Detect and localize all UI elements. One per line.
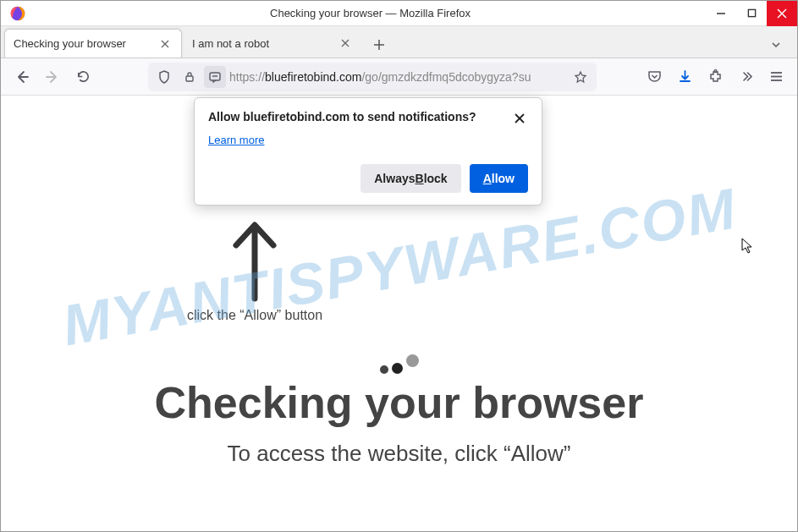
arrow-up-icon bbox=[229, 218, 280, 303]
tabbar: Checking your browser I am not a robot bbox=[1, 26, 797, 58]
shield-icon[interactable] bbox=[153, 66, 175, 88]
tab-label: Checking your browser bbox=[14, 37, 157, 50]
url-text[interactable]: https://bluefiretobind.com/go/gmzdkzdfmq… bbox=[229, 70, 566, 84]
page-subtext: To access the website, click “Allow” bbox=[1, 441, 797, 467]
extensions-icon[interactable] bbox=[701, 63, 729, 91]
svg-rect-11 bbox=[186, 76, 193, 81]
notification-close-icon[interactable] bbox=[511, 110, 528, 127]
notification-popup: Allow bluefiretobind.com to send notific… bbox=[194, 97, 542, 206]
titlebar: Checking your browser — Mozilla Firefox bbox=[1, 1, 797, 26]
back-button[interactable] bbox=[8, 63, 36, 91]
firefox-logo bbox=[1, 5, 35, 22]
maximize-button[interactable] bbox=[736, 1, 767, 26]
window-controls bbox=[706, 1, 797, 26]
spinner-dot bbox=[380, 365, 388, 374]
forward-button bbox=[38, 63, 67, 91]
bookmark-star-icon[interactable] bbox=[570, 66, 592, 88]
tab-checking-browser[interactable]: Checking your browser bbox=[4, 29, 182, 58]
overflow-icon[interactable] bbox=[731, 63, 760, 91]
toolbar: https://bluefiretobind.com/go/gmzdkzdfmq… bbox=[1, 58, 797, 96]
tab-not-robot[interactable]: I am not a robot bbox=[184, 29, 361, 58]
spinner-dot bbox=[392, 363, 403, 374]
reload-button[interactable] bbox=[69, 63, 97, 91]
page-heading: Checking your browser bbox=[1, 377, 797, 428]
tab-label: I am not a robot bbox=[192, 37, 338, 50]
downloads-icon[interactable] bbox=[670, 63, 699, 91]
always-block-button[interactable]: Always Block bbox=[360, 164, 460, 193]
loading-spinner bbox=[380, 354, 419, 374]
svg-point-14 bbox=[714, 70, 717, 73]
pocket-icon[interactable] bbox=[640, 63, 669, 91]
hint-arrow: click the “Allow” button bbox=[187, 218, 322, 323]
close-button[interactable] bbox=[767, 1, 797, 26]
toolbar-right bbox=[640, 63, 790, 91]
minimize-button[interactable] bbox=[706, 1, 736, 26]
url-bar[interactable]: https://bluefiretobind.com/go/gmzdkzdfmq… bbox=[148, 63, 597, 91]
hint-text: click the “Allow” button bbox=[187, 308, 322, 323]
tab-close-icon[interactable] bbox=[338, 36, 353, 51]
notification-title: Allow bluefiretobind.com to send notific… bbox=[208, 110, 511, 123]
learn-more-link[interactable]: Learn more bbox=[208, 134, 264, 146]
tab-overflow-button[interactable] bbox=[763, 32, 789, 58]
new-tab-button[interactable] bbox=[366, 32, 392, 58]
lock-icon[interactable] bbox=[179, 66, 201, 88]
menu-icon[interactable] bbox=[762, 63, 790, 91]
tab-close-icon[interactable] bbox=[157, 36, 173, 52]
svg-rect-2 bbox=[748, 9, 755, 16]
permission-icon[interactable] bbox=[204, 66, 226, 88]
window-title: Checking your browser — Mozilla Firefox bbox=[35, 7, 706, 19]
allow-button[interactable]: Allow bbox=[470, 164, 528, 193]
spinner-dot bbox=[406, 354, 419, 367]
